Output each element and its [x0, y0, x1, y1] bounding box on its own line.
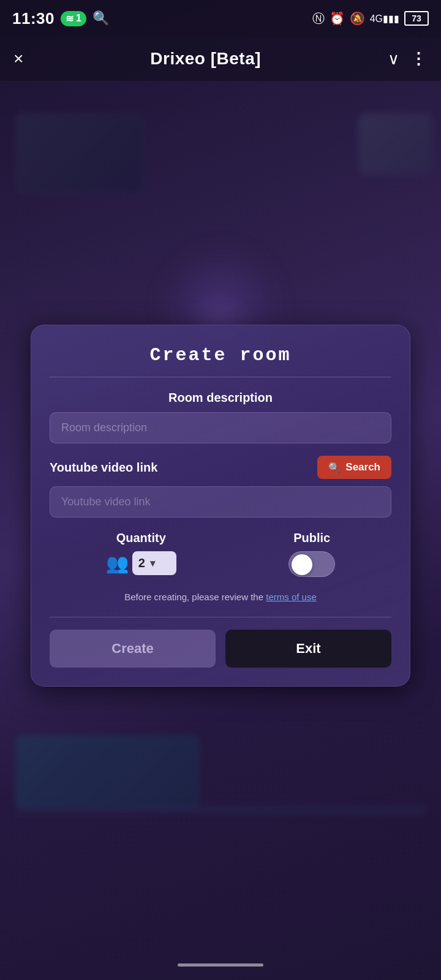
public-label: Public: [293, 531, 330, 545]
public-toggle[interactable]: [288, 551, 335, 577]
search-status-icon: 🔍: [92, 10, 109, 26]
options-row: Quantity 👥 2 ▾ Public: [50, 531, 391, 577]
create-button[interactable]: Create: [50, 630, 216, 668]
nav-bar-indicator: [178, 963, 263, 967]
quantity-control: 👥 2 ▾: [106, 551, 176, 575]
terms-prefix: Before creating, please review the: [124, 592, 266, 602]
signal-pill: ≋ 1: [61, 11, 86, 26]
status-bar: 11:30 ≋ 1 🔍 Ⓝ ⏰ 🔕 4G▮▮▮ 73: [0, 0, 441, 37]
app-bar-actions: ∨ ⋮: [388, 50, 428, 69]
status-left: 11:30 ≋ 1 🔍: [12, 9, 109, 28]
yt-link-label: Youtube video link: [50, 461, 157, 475]
search-icon: 🔍: [328, 462, 341, 473]
yt-link-row: Youtube video link 🔍 Search: [50, 456, 391, 479]
room-description-input[interactable]: [50, 412, 391, 443]
close-button[interactable]: ×: [13, 50, 23, 67]
search-button[interactable]: 🔍 Search: [317, 456, 391, 479]
modal-title: Create room: [50, 345, 391, 366]
youtube-link-input[interactable]: [50, 486, 391, 518]
room-description-label: Room description: [50, 391, 391, 405]
exit-button[interactable]: Exit: [225, 630, 391, 668]
bottom-nav: [0, 949, 441, 980]
chevron-down-icon[interactable]: ∨: [388, 50, 399, 69]
chevron-icon: ▾: [150, 557, 155, 569]
quantity-label: Quantity: [116, 531, 166, 545]
bg-video-thumb-4: [15, 735, 199, 809]
quantity-column: Quantity 👥 2 ▾: [106, 531, 176, 575]
terms-link[interactable]: terms of use: [266, 592, 317, 602]
alarm-icon: ⏰: [330, 11, 345, 26]
signal-strength-icon: 4G▮▮▮: [370, 13, 399, 24]
search-button-label: Search: [345, 461, 380, 473]
quantity-value: 2: [138, 556, 145, 570]
status-right: Ⓝ ⏰ 🔕 4G▮▮▮ 73: [312, 10, 429, 27]
bg-bottom-bar: [15, 805, 426, 815]
signal-bars-icon: ≋: [66, 13, 74, 24]
status-time: 11:30: [12, 9, 55, 28]
battery-indicator: 73: [404, 11, 429, 26]
people-icon: 👥: [106, 552, 129, 574]
modal-actions: Create Exit: [50, 630, 391, 668]
terms-text: Before creating, please review the terms…: [50, 590, 391, 605]
bottom-divider: [50, 617, 391, 617]
quantity-dropdown[interactable]: 2 ▾: [132, 551, 176, 575]
toggle-knob: [292, 554, 312, 575]
overflow-menu-icon[interactable]: ⋮: [410, 50, 428, 69]
title-divider: [50, 377, 391, 377]
signal-count: 1: [76, 13, 81, 24]
nfc-icon: Ⓝ: [312, 10, 325, 27]
bg-video-thumb-2: [358, 113, 432, 175]
battery-value: 73: [412, 13, 421, 23]
bg-video-thumb-1: [15, 113, 144, 193]
app-bar: × Drixeo [Beta] ∨ ⋮: [0, 37, 441, 81]
mute-icon: 🔕: [350, 11, 365, 26]
create-room-modal: Create room Room description Youtube vid…: [31, 325, 410, 687]
app-title: Drixeo [Beta]: [150, 49, 261, 69]
public-column: Public: [288, 531, 335, 577]
